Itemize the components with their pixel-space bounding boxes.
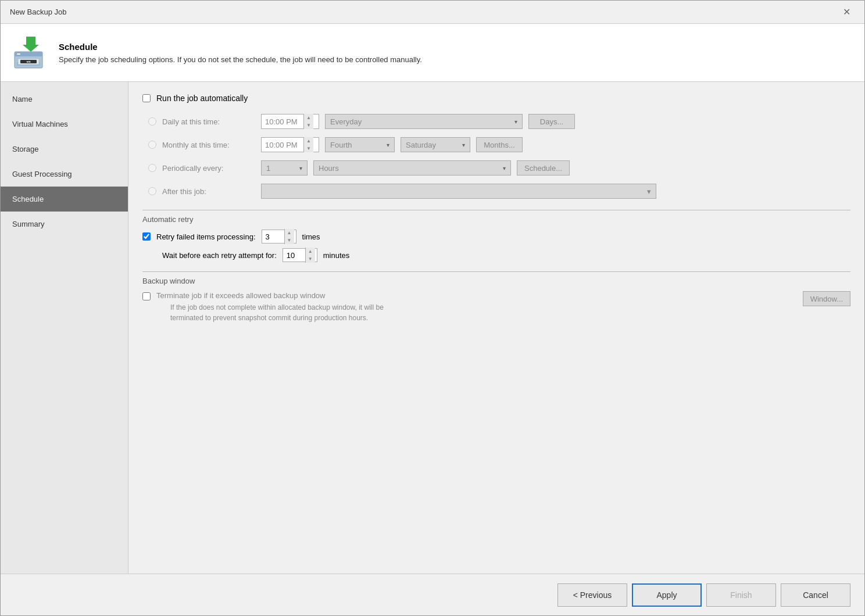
vm-icon-svg: vm — [12, 34, 49, 71]
header-section: vm Schedule Specify the job scheduling o… — [1, 24, 864, 82]
sidebar-item-guest-processing[interactable]: Guest Processing — [1, 162, 128, 187]
header-text-area: Schedule Specify the job scheduling opti… — [59, 42, 422, 64]
daily-time-field[interactable] — [262, 114, 303, 128]
daily-period-dropdown[interactable]: Everyday ▾ — [325, 114, 523, 129]
monthly-time-up[interactable]: ▲ — [304, 137, 313, 145]
daily-time-down[interactable]: ▼ — [304, 121, 313, 129]
window-button[interactable]: Window... — [803, 291, 850, 306]
daily-label: Daily at this time: — [162, 117, 255, 126]
wait-value-up[interactable]: ▲ — [306, 248, 315, 255]
wait-value-spinners: ▲ ▼ — [305, 248, 315, 263]
previous-button[interactable]: < Previous — [557, 583, 627, 607]
svg-marker-7 — [23, 37, 39, 52]
monthly-day-chevron-icon: ▾ — [462, 142, 465, 148]
sidebar-item-summary[interactable]: Summary — [1, 212, 128, 237]
run-auto-label: Run the job automatically — [156, 94, 248, 103]
main-window: New Backup Job ✕ vm Schedule Sp — [0, 0, 865, 616]
retry-count-up[interactable]: ▲ — [285, 229, 294, 237]
periodic-radio[interactable] — [148, 164, 156, 172]
sidebar-item-storage[interactable]: Storage — [1, 137, 128, 162]
backup-window-text-area: Terminate job if it exceeds allowed back… — [156, 291, 797, 323]
monthly-time-input[interactable]: ▲ ▼ — [261, 137, 319, 152]
periodic-unit-dropdown[interactable]: Hours ▾ — [313, 160, 511, 176]
monthly-week-chevron-icon: ▾ — [387, 142, 389, 148]
monthly-time-spinners: ▲ ▼ — [303, 137, 313, 152]
monthly-label: Monthly at this time: — [162, 141, 255, 149]
daily-time-up[interactable]: ▲ — [304, 114, 313, 121]
finish-button[interactable]: Finish — [706, 583, 776, 607]
monthly-day-dropdown[interactable]: Saturday ▾ — [401, 137, 470, 152]
schedule-options: Daily at this time: ▲ ▼ Everyday ▾ Days.… — [148, 112, 850, 200]
terminate-label: Terminate job if it exceeds allowed back… — [156, 291, 797, 300]
periodic-row: Periodically every: 1 ▾ Hours ▾ Schedule… — [148, 159, 850, 177]
monthly-time-down[interactable]: ▼ — [304, 145, 313, 152]
title-bar: New Backup Job ✕ — [1, 1, 864, 24]
periodic-count-chevron-icon: ▾ — [299, 165, 302, 171]
footer: < Previous Apply Finish Cancel — [1, 574, 864, 615]
main-panel: Run the job automatically Daily at this … — [128, 82, 864, 574]
backup-window-checkbox[interactable] — [142, 292, 151, 300]
retry-checkbox[interactable] — [142, 232, 151, 241]
retry-label: Retry failed items processing: — [156, 232, 256, 241]
monthly-time-field[interactable] — [262, 138, 303, 152]
periodic-count-dropdown[interactable]: 1 ▾ — [261, 160, 308, 176]
months-button[interactable]: Months... — [476, 137, 523, 152]
backup-window-section: Backup window Terminate job if it exceed… — [142, 271, 850, 323]
window-title: New Backup Job — [10, 8, 67, 16]
automatic-retry-label: Automatic retry — [142, 215, 850, 224]
monthly-radio[interactable] — [148, 141, 156, 149]
retry-count-input[interactable]: ▲ ▼ — [262, 230, 296, 243]
monthly-row: Monthly at this time: ▲ ▼ Fourth ▾ Satur… — [148, 135, 850, 154]
wait-value-input[interactable]: ▲ ▼ — [283, 248, 317, 262]
monthly-week-dropdown[interactable]: Fourth ▾ — [325, 137, 395, 152]
daily-row: Daily at this time: ▲ ▼ Everyday ▾ Days.… — [148, 112, 850, 131]
after-job-radio[interactable] — [148, 187, 156, 195]
run-auto-checkbox[interactable] — [142, 94, 151, 102]
header-title: Schedule — [59, 42, 422, 52]
daily-time-spinners: ▲ ▼ — [303, 114, 313, 129]
schedule-icon: vm — [12, 34, 49, 71]
daily-time-input[interactable]: ▲ ▼ — [261, 114, 319, 129]
backup-window-section-label: Backup window — [142, 277, 850, 285]
sidebar-item-name[interactable]: Name — [1, 87, 128, 112]
after-job-row: After this job: ▾ — [148, 182, 850, 200]
automatic-retry-section: Automatic retry Retry failed items proce… — [142, 210, 850, 262]
retry-check-row: Retry failed items processing: ▲ ▼ times — [142, 230, 850, 243]
sidebar-item-schedule[interactable]: Schedule — [1, 187, 128, 212]
wait-value-down[interactable]: ▼ — [306, 255, 315, 263]
wait-row: Wait before each retry attempt for: ▲ ▼ … — [148, 248, 850, 262]
backup-window-description: If the job does not complete within allo… — [170, 302, 797, 323]
days-button[interactable]: Days... — [528, 114, 575, 129]
wait-unit-label: minutes — [323, 251, 350, 260]
sidebar: Name Virtual Machines Storage Guest Proc… — [1, 82, 128, 574]
retry-count-spinners: ▲ ▼ — [284, 229, 294, 244]
sidebar-item-virtual-machines[interactable]: Virtual Machines — [1, 112, 128, 137]
run-auto-row: Run the job automatically — [142, 94, 850, 103]
backup-window-row: Terminate job if it exceeds allowed back… — [142, 291, 850, 323]
apply-button[interactable]: Apply — [632, 583, 702, 607]
periodic-unit-chevron-icon: ▾ — [503, 165, 506, 171]
after-job-label: After this job: — [162, 187, 255, 196]
schedule-button[interactable]: Schedule... — [517, 160, 570, 176]
retry-unit-label: times — [302, 232, 320, 241]
close-button[interactable]: ✕ — [838, 4, 855, 20]
header-description: Specify the job scheduling options. If y… — [59, 55, 422, 64]
wait-value-field[interactable] — [283, 249, 305, 262]
retry-count-down[interactable]: ▼ — [285, 237, 294, 244]
daily-chevron-icon: ▾ — [514, 119, 517, 125]
cancel-button[interactable]: Cancel — [781, 583, 850, 607]
wait-label: Wait before each retry attempt for: — [162, 251, 277, 260]
after-job-dropdown[interactable]: ▾ — [261, 184, 656, 199]
svg-text:vm: vm — [26, 60, 31, 63]
after-job-chevron-icon: ▾ — [647, 187, 651, 196]
svg-rect-2 — [17, 53, 20, 55]
content-area: Name Virtual Machines Storage Guest Proc… — [1, 82, 864, 574]
retry-count-field[interactable] — [262, 230, 284, 243]
daily-radio[interactable] — [148, 117, 156, 126]
periodic-label: Periodically every: — [162, 164, 255, 173]
